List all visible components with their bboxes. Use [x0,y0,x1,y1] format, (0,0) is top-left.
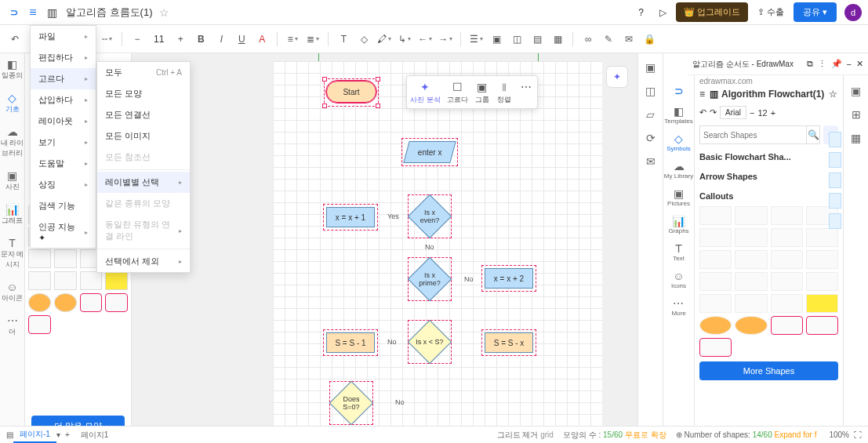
shape-cell[interactable] [806,250,838,269]
highlight-icon[interactable]: 🖍 [376,31,393,48]
rr-history-icon[interactable]: ⟳ [646,132,656,144]
shape-cell[interactable] [54,249,77,268]
shape-cell[interactable] [771,206,803,225]
shape-cell[interactable] [28,271,51,290]
upgrade-button[interactable]: 👑 업그레이드 [676,2,748,22]
arrow-start-icon[interactable]: ← [416,31,434,48]
menu-item[interactable]: 도움말▸ [31,153,96,174]
preview-thumb[interactable] [829,152,841,168]
node-start[interactable]: Start [326,81,376,103]
shape-cell[interactable] [771,228,803,247]
node-sm1[interactable]: S = S - 1 [326,332,375,353]
shape-cell[interactable] [28,249,51,268]
zoom-level[interactable]: 100% [829,430,849,439]
size[interactable]: 12 [757,108,767,118]
redo-icon[interactable]: ↷ [710,107,717,118]
avatar[interactable]: d [844,4,862,21]
node-xlts[interactable]: Is x < S? [414,326,445,358]
font-minus-icon[interactable]: − [129,31,146,48]
rr-filter-icon[interactable]: ▱ [646,108,655,121]
menu-item[interactable]: 파일▸ [31,26,96,47]
shape-cell[interactable] [105,271,128,290]
popout-icon[interactable]: ⧉ [807,59,813,69]
minimize-icon[interactable]: − [847,60,852,69]
search-input[interactable] [699,125,807,144]
rp-templates[interactable]: ◧Templates [664,105,692,125]
export-button[interactable]: ⇪ 수출 [751,3,790,21]
table-icon[interactable]: ▦ [549,31,566,48]
submenu-item[interactable]: 모든 이미지 [97,125,190,147]
node-ssx[interactable]: S = S - x [485,332,533,353]
submenu-item[interactable]: 선택에서 제외▸ [97,251,190,272]
shape-cell[interactable] [699,272,732,291]
close-icon[interactable]: ✕ [856,59,863,69]
shape-cell[interactable] [735,272,767,291]
rr-style-icon[interactable]: ▣ [645,61,656,74]
node-xp1[interactable]: x = x + 1 [326,207,375,227]
section-callouts[interactable]: Callouts▴ [699,187,838,206]
hamburger-menu-icon[interactable]: ≡ [25,5,41,20]
formula-icon[interactable]: ∞ [579,31,597,48]
node-is-prime[interactable]: Is x prime? [414,263,445,295]
more-shapes-button[interactable]: More Shapes [699,361,838,380]
shape-cell[interactable] [80,271,103,290]
undo-icon[interactable]: ↶ [699,107,706,118]
text-tool-icon[interactable]: T [335,31,352,48]
font-size[interactable]: 11 [149,34,169,45]
bold-button[interactable]: B [192,31,209,48]
doc-title[interactable]: 알고리즘 흐름도(1) [66,5,153,20]
section-arrow[interactable]: Arrow Shapes▾ [699,167,838,187]
more-icon[interactable]: ⋮ [818,59,826,69]
preview-thumb[interactable] [829,213,841,229]
rp-text[interactable]: TText [673,242,685,262]
rp-graphs[interactable]: 📊Graphs [668,215,688,234]
menu-item[interactable]: 고르다▸ [31,68,96,89]
shape-cell[interactable] [54,293,77,312]
menu-item[interactable]: 보기▸ [31,132,96,153]
container-icon[interactable]: ◫ [508,31,525,48]
rr-comments-icon[interactable]: ✉ [646,155,656,168]
rail-library[interactable]: ☁내 라이브러리 [0,125,24,158]
add-page-icon[interactable]: + [65,430,70,439]
edit-icon[interactable]: ✎ [600,31,617,48]
shape-cell[interactable] [699,228,732,247]
shape-cell[interactable] [54,271,77,290]
star-icon[interactable]: ☆ [829,89,837,100]
menu-icon[interactable]: ≡ [699,89,705,100]
arrow-end-icon[interactable]: → [437,31,454,48]
favorite-star-icon[interactable]: ☆ [159,6,169,19]
page-list-icon[interactable]: ▤ [6,430,13,439]
rail-more[interactable]: ⋯더 [7,314,18,337]
underline-button[interactable]: U [233,31,250,48]
font-plus-icon[interactable]: + [172,31,189,48]
shape-cell[interactable] [806,272,838,291]
rr-page-icon[interactable]: ▣ [851,85,861,97]
rail-graphs[interactable]: 📊그래프 [2,203,23,226]
page-tab[interactable]: 페이지-1 [13,427,56,443]
shape-tool-icon[interactable]: ◇ [355,31,372,48]
shape-cell[interactable] [735,250,767,269]
rp-icons[interactable]: ☺Icons [671,270,686,289]
rp-library[interactable]: ☁My Library [664,160,693,180]
rp-logo-icon[interactable]: ⊃ [674,85,684,97]
share-button[interactable]: 공유 ▾ [794,2,837,22]
list-icon[interactable]: ☰ [467,31,485,48]
undo-icon[interactable]: ↶ [6,31,24,48]
rp-symbols[interactable]: ◇Symbols [666,133,691,152]
chart-icon[interactable]: ▤ [528,31,546,48]
ctx-ai-button[interactable]: ✦사진 분석 [410,79,441,105]
shape-cell[interactable] [105,293,128,312]
node-s0[interactable]: Does S=0? [336,387,367,419]
rail-templates[interactable]: ◧일종의 [2,58,23,81]
rail-text[interactable]: T문자 메시지 [0,237,24,270]
submenu-item[interactable]: 레이별별 선택▸ [97,172,190,193]
grid-toggle[interactable]: 그리드 제거 grid [497,430,554,441]
canvas-page[interactable]: Start enter x Is x even? Yes No x = x + … [273,61,602,438]
shape-cell[interactable] [28,315,51,334]
menu-item[interactable]: 인공 지능 ✦▸ [31,216,96,248]
plus-icon[interactable]: + [771,108,775,118]
rp-pictures[interactable]: ▣Pictures [667,187,690,207]
ai-float-button[interactable]: ✦ [606,66,628,88]
submenu-item[interactable]: 모든 연결선 [97,104,190,125]
shape-cell[interactable] [771,294,803,313]
